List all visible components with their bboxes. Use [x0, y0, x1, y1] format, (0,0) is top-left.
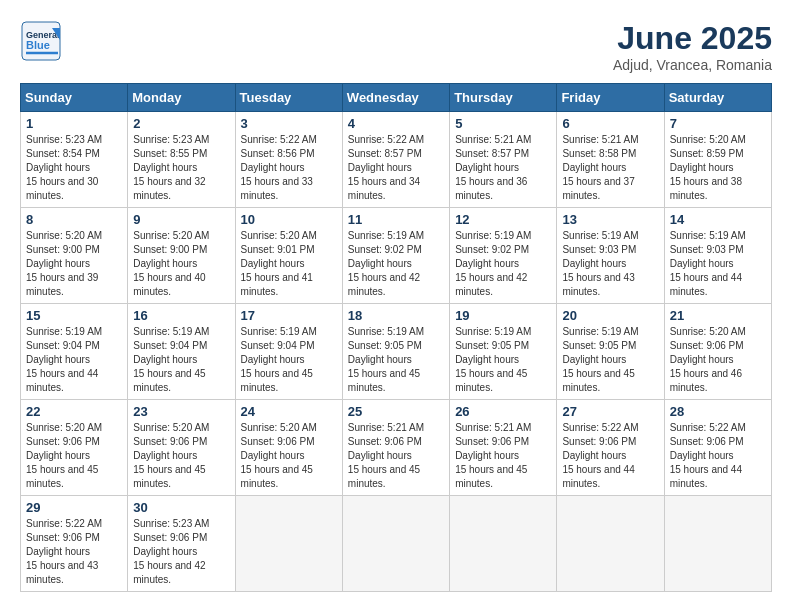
col-friday: Friday — [557, 84, 664, 112]
empty-cell — [664, 496, 771, 592]
day-info: Sunrise: 5:23 AMSunset: 9:06 PMDaylight … — [133, 517, 229, 587]
day-cell-8: 8Sunrise: 5:20 AMSunset: 9:00 PMDaylight… — [21, 208, 128, 304]
day-cell-2: 2Sunrise: 5:23 AMSunset: 8:55 PMDaylight… — [128, 112, 235, 208]
day-number: 25 — [348, 404, 444, 419]
day-number: 10 — [241, 212, 337, 227]
day-cell-7: 7Sunrise: 5:20 AMSunset: 8:59 PMDaylight… — [664, 112, 771, 208]
day-number: 12 — [455, 212, 551, 227]
day-number: 26 — [455, 404, 551, 419]
day-cell-5: 5Sunrise: 5:21 AMSunset: 8:57 PMDaylight… — [450, 112, 557, 208]
day-cell-22: 22Sunrise: 5:20 AMSunset: 9:06 PMDayligh… — [21, 400, 128, 496]
day-number: 5 — [455, 116, 551, 131]
day-info: Sunrise: 5:22 AMSunset: 8:56 PMDaylight … — [241, 133, 337, 203]
day-cell-16: 16Sunrise: 5:19 AMSunset: 9:04 PMDayligh… — [128, 304, 235, 400]
day-number: 22 — [26, 404, 122, 419]
day-info: Sunrise: 5:20 AMSunset: 9:06 PMDaylight … — [133, 421, 229, 491]
col-sunday: Sunday — [21, 84, 128, 112]
week-row-3: 15Sunrise: 5:19 AMSunset: 9:04 PMDayligh… — [21, 304, 772, 400]
day-info: Sunrise: 5:19 AMSunset: 9:03 PMDaylight … — [670, 229, 766, 299]
day-number: 27 — [562, 404, 658, 419]
day-cell-23: 23Sunrise: 5:20 AMSunset: 9:06 PMDayligh… — [128, 400, 235, 496]
week-row-4: 22Sunrise: 5:20 AMSunset: 9:06 PMDayligh… — [21, 400, 772, 496]
empty-cell — [235, 496, 342, 592]
day-cell-18: 18Sunrise: 5:19 AMSunset: 9:05 PMDayligh… — [342, 304, 449, 400]
calendar-body: 1Sunrise: 5:23 AMSunset: 8:54 PMDaylight… — [21, 112, 772, 592]
day-number: 13 — [562, 212, 658, 227]
day-cell-29: 29Sunrise: 5:22 AMSunset: 9:06 PMDayligh… — [21, 496, 128, 592]
day-info: Sunrise: 5:19 AMSunset: 9:04 PMDaylight … — [241, 325, 337, 395]
day-number: 21 — [670, 308, 766, 323]
day-info: Sunrise: 5:23 AMSunset: 8:54 PMDaylight … — [26, 133, 122, 203]
day-info: Sunrise: 5:21 AMSunset: 9:06 PMDaylight … — [348, 421, 444, 491]
day-info: Sunrise: 5:20 AMSunset: 9:00 PMDaylight … — [133, 229, 229, 299]
day-number: 4 — [348, 116, 444, 131]
day-info: Sunrise: 5:19 AMSunset: 9:02 PMDaylight … — [455, 229, 551, 299]
day-number: 30 — [133, 500, 229, 515]
col-saturday: Saturday — [664, 84, 771, 112]
day-cell-17: 17Sunrise: 5:19 AMSunset: 9:04 PMDayligh… — [235, 304, 342, 400]
day-cell-6: 6Sunrise: 5:21 AMSunset: 8:58 PMDaylight… — [557, 112, 664, 208]
day-info: Sunrise: 5:19 AMSunset: 9:05 PMDaylight … — [455, 325, 551, 395]
day-cell-20: 20Sunrise: 5:19 AMSunset: 9:05 PMDayligh… — [557, 304, 664, 400]
svg-text:Blue: Blue — [26, 39, 50, 51]
day-info: Sunrise: 5:22 AMSunset: 9:06 PMDaylight … — [670, 421, 766, 491]
day-number: 17 — [241, 308, 337, 323]
day-number: 1 — [26, 116, 122, 131]
day-info: Sunrise: 5:22 AMSunset: 8:57 PMDaylight … — [348, 133, 444, 203]
day-cell-4: 4Sunrise: 5:22 AMSunset: 8:57 PMDaylight… — [342, 112, 449, 208]
day-cell-27: 27Sunrise: 5:22 AMSunset: 9:06 PMDayligh… — [557, 400, 664, 496]
day-number: 28 — [670, 404, 766, 419]
day-cell-9: 9Sunrise: 5:20 AMSunset: 9:00 PMDaylight… — [128, 208, 235, 304]
col-wednesday: Wednesday — [342, 84, 449, 112]
day-info: Sunrise: 5:20 AMSunset: 8:59 PMDaylight … — [670, 133, 766, 203]
day-number: 15 — [26, 308, 122, 323]
week-row-1: 1Sunrise: 5:23 AMSunset: 8:54 PMDaylight… — [21, 112, 772, 208]
day-info: Sunrise: 5:21 AMSunset: 8:58 PMDaylight … — [562, 133, 658, 203]
day-number: 3 — [241, 116, 337, 131]
header-row: Sunday Monday Tuesday Wednesday Thursday… — [21, 84, 772, 112]
day-cell-1: 1Sunrise: 5:23 AMSunset: 8:54 PMDaylight… — [21, 112, 128, 208]
day-info: Sunrise: 5:19 AMSunset: 9:05 PMDaylight … — [348, 325, 444, 395]
day-info: Sunrise: 5:19 AMSunset: 9:05 PMDaylight … — [562, 325, 658, 395]
col-thursday: Thursday — [450, 84, 557, 112]
day-cell-12: 12Sunrise: 5:19 AMSunset: 9:02 PMDayligh… — [450, 208, 557, 304]
day-number: 7 — [670, 116, 766, 131]
day-info: Sunrise: 5:22 AMSunset: 9:06 PMDaylight … — [562, 421, 658, 491]
day-number: 2 — [133, 116, 229, 131]
empty-cell — [342, 496, 449, 592]
day-number: 29 — [26, 500, 122, 515]
day-info: Sunrise: 5:22 AMSunset: 9:06 PMDaylight … — [26, 517, 122, 587]
day-info: Sunrise: 5:23 AMSunset: 8:55 PMDaylight … — [133, 133, 229, 203]
day-number: 23 — [133, 404, 229, 419]
day-cell-28: 28Sunrise: 5:22 AMSunset: 9:06 PMDayligh… — [664, 400, 771, 496]
day-number: 24 — [241, 404, 337, 419]
header: General Blue June 2025 Adjud, Vrancea, R… — [20, 20, 772, 73]
day-number: 11 — [348, 212, 444, 227]
day-number: 14 — [670, 212, 766, 227]
week-row-2: 8Sunrise: 5:20 AMSunset: 9:00 PMDaylight… — [21, 208, 772, 304]
day-info: Sunrise: 5:19 AMSunset: 9:03 PMDaylight … — [562, 229, 658, 299]
day-cell-10: 10Sunrise: 5:20 AMSunset: 9:01 PMDayligh… — [235, 208, 342, 304]
day-number: 16 — [133, 308, 229, 323]
empty-cell — [450, 496, 557, 592]
title-area: June 2025 Adjud, Vrancea, Romania — [613, 20, 772, 73]
calendar-subtitle: Adjud, Vrancea, Romania — [613, 57, 772, 73]
day-cell-15: 15Sunrise: 5:19 AMSunset: 9:04 PMDayligh… — [21, 304, 128, 400]
day-number: 18 — [348, 308, 444, 323]
day-cell-19: 19Sunrise: 5:19 AMSunset: 9:05 PMDayligh… — [450, 304, 557, 400]
day-number: 6 — [562, 116, 658, 131]
logo: General Blue — [20, 20, 62, 62]
day-info: Sunrise: 5:19 AMSunset: 9:04 PMDaylight … — [26, 325, 122, 395]
day-number: 19 — [455, 308, 551, 323]
day-number: 8 — [26, 212, 122, 227]
col-monday: Monday — [128, 84, 235, 112]
day-cell-21: 21Sunrise: 5:20 AMSunset: 9:06 PMDayligh… — [664, 304, 771, 400]
empty-cell — [557, 496, 664, 592]
day-info: Sunrise: 5:20 AMSunset: 9:06 PMDaylight … — [241, 421, 337, 491]
day-cell-30: 30Sunrise: 5:23 AMSunset: 9:06 PMDayligh… — [128, 496, 235, 592]
day-info: Sunrise: 5:19 AMSunset: 9:04 PMDaylight … — [133, 325, 229, 395]
day-number: 9 — [133, 212, 229, 227]
day-info: Sunrise: 5:21 AMSunset: 8:57 PMDaylight … — [455, 133, 551, 203]
day-info: Sunrise: 5:20 AMSunset: 9:00 PMDaylight … — [26, 229, 122, 299]
day-info: Sunrise: 5:20 AMSunset: 9:06 PMDaylight … — [26, 421, 122, 491]
